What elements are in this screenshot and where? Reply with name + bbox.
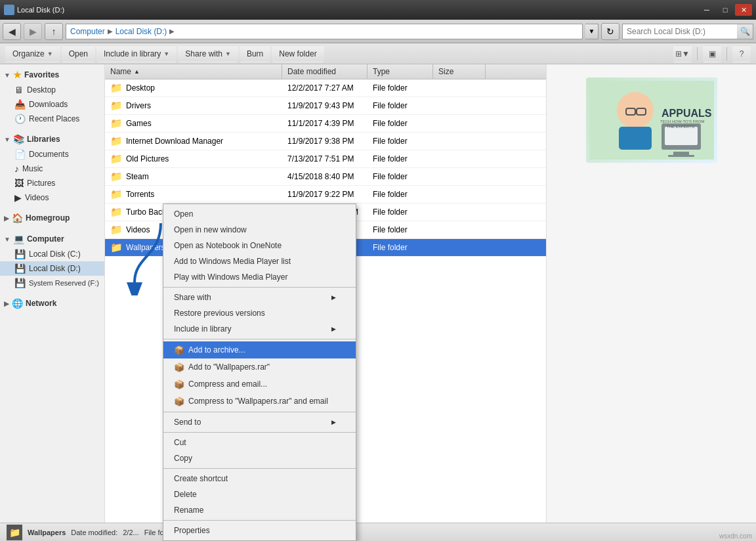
sidebar-item-documents[interactable]: 📄 Documents: [0, 147, 104, 162]
ctx-add-media-player[interactable]: Add to Windows Media Player list: [163, 253, 356, 269]
view-button[interactable]: ⊞▼: [673, 45, 692, 62]
ctx-play-media-label: Play with Windows Media Player: [174, 272, 287, 282]
col-date-header[interactable]: Date modified: [282, 64, 368, 79]
network-header[interactable]: ▶ 🌐 Network: [0, 295, 104, 311]
rar-icon-3: 📦: [174, 379, 184, 389]
svg-rect-8: [673, 152, 689, 155]
col-name-header[interactable]: Name ▲: [105, 64, 282, 79]
ctx-sep-5: [163, 468, 356, 469]
share-with-button[interactable]: Share with ▼: [178, 45, 238, 62]
sidebar-item-videos[interactable]: ▶ Videos: [0, 190, 104, 205]
ctx-add-archive[interactable]: 📦 Add to archive...: [163, 341, 356, 358]
ctx-open-new-window[interactable]: Open in new window: [163, 222, 356, 238]
sidebar-div-3: [0, 226, 104, 231]
burn-button[interactable]: Burn: [240, 45, 270, 62]
ctx-delete[interactable]: Delete: [163, 487, 356, 502]
folder-icon: 📁: [110, 224, 123, 236]
ctx-delete-label: Delete: [174, 490, 197, 499]
rar-icon-1: 📦: [174, 345, 184, 355]
disk-f-icon: 💾: [14, 278, 26, 288]
close-button[interactable]: ✕: [735, 4, 752, 16]
ctx-play-media[interactable]: Play with Windows Media Player: [163, 269, 356, 285]
folder-icon: 📁: [110, 82, 123, 94]
forward-button[interactable]: ▶: [24, 23, 42, 40]
new-folder-button[interactable]: New folder: [272, 45, 324, 62]
minimize-button[interactable]: ─: [698, 4, 715, 16]
path-computer[interactable]: Computer: [70, 27, 105, 36]
maximize-button[interactable]: □: [717, 4, 734, 16]
include-library-button[interactable]: Include in library ▼: [96, 45, 177, 62]
sidebar-item-desktop[interactable]: 🖥 Desktop: [0, 83, 104, 97]
folder-icon: 📁: [110, 100, 123, 112]
up-button[interactable]: ↑: [45, 23, 63, 40]
libraries-header[interactable]: ▼ 📚 Libraries: [0, 131, 104, 147]
open-button[interactable]: Open: [62, 45, 95, 62]
table-row[interactable]: 📁 Torrents 11/9/2017 9:22 PM File folder: [105, 186, 546, 204]
file-name: Games: [126, 119, 152, 128]
ctx-copy[interactable]: Copy: [163, 450, 356, 466]
desktop-icon: 🖥: [14, 85, 24, 95]
ctx-compress-rar-email[interactable]: 📦 Compress to "Wallpapers.rar" and email: [163, 393, 356, 410]
table-row[interactable]: 📁 Steam 4/15/2018 8:40 PM File folder: [105, 168, 546, 186]
sidebar-item-downloads[interactable]: 📥 Downloads: [0, 97, 104, 112]
ctx-compress-email[interactable]: 📦 Compress and email...: [163, 376, 356, 393]
col-size-header[interactable]: Size: [433, 64, 486, 79]
path-arrow-1: ▶: [108, 28, 113, 35]
col-type-header[interactable]: Type: [368, 64, 433, 79]
favorites-header[interactable]: ▼ ★ Favorites: [0, 67, 104, 83]
table-row[interactable]: 📁 Desktop 12/2/2017 7:27 AM File folder: [105, 79, 546, 97]
ctx-properties[interactable]: Properties: [163, 523, 356, 538]
rar-icon-4: 📦: [174, 396, 184, 406]
file-list-header: Name ▲ Date modified Type Size: [105, 64, 546, 79]
ctx-share-with-label: Share with: [174, 293, 211, 302]
sidebar-item-pictures[interactable]: 🖼 Pictures: [0, 176, 104, 190]
file-size: [433, 193, 486, 196]
file-type: File folder: [368, 171, 433, 183]
table-row[interactable]: 📁 Drivers 11/9/2017 9:43 PM File folder: [105, 97, 546, 115]
ctx-rename[interactable]: Rename: [163, 502, 356, 518]
sidebar-div-2: [0, 205, 104, 210]
ctx-restore-label: Restore previous versions: [174, 309, 265, 318]
computer-header[interactable]: ▼ 💻 Computer: [0, 231, 104, 247]
sidebar-item-music[interactable]: ♪ Music: [0, 162, 104, 176]
address-path[interactable]: Computer ▶ Local Disk (D:) ▶: [66, 24, 583, 39]
ctx-open-onenote[interactable]: Open as Notebook in OneNote: [163, 238, 356, 253]
ctx-share-with[interactable]: Share with ▶: [163, 290, 356, 305]
sidebar-item-local-d[interactable]: 💾 Local Disk (D:): [0, 261, 104, 276]
preview-button[interactable]: ▣: [703, 45, 721, 62]
ctx-properties-label: Properties: [174, 526, 210, 535]
sidebar: ▼ ★ Favorites 🖥 Desktop 📥 Downloads 🕐 Re…: [0, 64, 105, 523]
search-icon[interactable]: 🔍: [737, 24, 753, 39]
table-row[interactable]: 📁 Internet Download Manager 11/9/2017 9:…: [105, 133, 546, 150]
sidebar-item-system-reserved[interactable]: 💾 System Reserved (F:): [0, 276, 104, 290]
ctx-open-label: Open: [174, 209, 193, 219]
refresh-button[interactable]: ↻: [601, 23, 620, 40]
ctx-cut[interactable]: Cut: [163, 435, 356, 450]
rar-icon-2: 📦: [174, 362, 184, 372]
ctx-create-shortcut-label: Create shortcut: [174, 474, 228, 483]
ctx-add-rar[interactable]: 📦 Add to "Wallpapers.rar": [163, 358, 356, 376]
back-button[interactable]: ◀: [3, 23, 21, 40]
path-disk[interactable]: Local Disk (D:): [116, 27, 167, 36]
table-row[interactable]: 📁 Old Pictures 7/13/2017 7:51 PM File fo…: [105, 150, 546, 168]
ctx-send-to[interactable]: Send to ▶: [163, 414, 356, 430]
ctx-create-shortcut[interactable]: Create shortcut: [163, 471, 356, 487]
homegroup-header[interactable]: ▶ 🏠 Homegroup: [0, 210, 104, 226]
libraries-icon: 📚: [13, 134, 24, 144]
status-thumb-icon: 📁: [7, 525, 22, 540]
ctx-restore[interactable]: Restore previous versions: [163, 305, 356, 321]
ctx-compress-email-label: Compress and email...: [188, 379, 267, 389]
sidebar-item-local-c[interactable]: 💾 Local Disk (C:): [0, 247, 104, 261]
address-dropdown[interactable]: ▼: [585, 24, 598, 39]
organize-button[interactable]: Organize ▼: [5, 45, 60, 62]
ctx-include-library[interactable]: Include in library ▶: [163, 321, 356, 337]
svg-rect-9: [668, 155, 694, 157]
ctx-open[interactable]: Open: [163, 206, 356, 222]
homegroup-icon: 🏠: [12, 213, 23, 223]
sidebar-item-recent[interactable]: 🕐 Recent Places: [0, 112, 104, 126]
recent-icon: 🕐: [14, 114, 26, 124]
help-button[interactable]: ?: [732, 45, 751, 62]
downloads-icon: 📥: [14, 99, 26, 110]
search-input[interactable]: [623, 27, 737, 36]
table-row[interactable]: 📁 Games 11/1/2017 4:39 PM File folder: [105, 115, 546, 133]
